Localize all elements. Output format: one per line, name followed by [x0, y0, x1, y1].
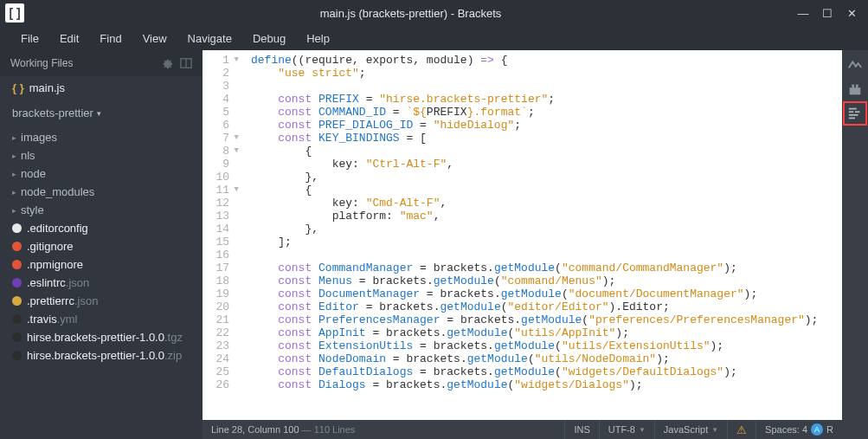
folder-item[interactable]: ▸style: [0, 201, 203, 219]
lint-warning-icon[interactable]: ⚠: [727, 420, 755, 439]
gutter-line: 11▼: [203, 184, 239, 197]
file-name: .prettierrc.json: [27, 294, 98, 307]
encoding-picker[interactable]: UTF-8▼: [599, 420, 654, 439]
folder-item[interactable]: ▸node_modules: [0, 183, 203, 201]
working-files-list: { }main.js: [0, 76, 203, 100]
insert-mode[interactable]: INS: [564, 420, 598, 439]
code-line: const ExtensionUtils = brackets.getModul…: [251, 339, 842, 352]
code-line: const Dialogs = brackets.getModule("widg…: [251, 378, 842, 391]
maximize-button[interactable]: ☐: [821, 7, 833, 19]
code-line: [251, 80, 842, 93]
menu-edit[interactable]: Edit: [51, 29, 87, 48]
file-item[interactable]: .travis.yml: [0, 310, 203, 328]
gutter-line: 24: [203, 352, 239, 365]
file-name: .eslintrc.json: [27, 276, 89, 289]
file-item[interactable]: .eslintrc.json: [0, 274, 203, 292]
file-item[interactable]: hirse.brackets-prettier-1.0.0.zip: [0, 346, 203, 365]
menubar: FileEditFindViewNavigateDebugHelp: [0, 26, 868, 50]
file-item[interactable]: .gitignore: [0, 237, 203, 255]
menu-file[interactable]: File: [12, 29, 48, 48]
code-line: const Menus = brackets.getModule("comman…: [251, 274, 842, 287]
code-line: [251, 249, 842, 261]
fold-icon[interactable]: ▼: [232, 184, 239, 197]
gutter-line: 21: [203, 313, 239, 326]
folder-name: node: [21, 167, 46, 180]
menu-debug[interactable]: Debug: [244, 29, 294, 48]
file-name: .editorconfig: [27, 222, 88, 235]
svg-rect-5: [849, 108, 857, 110]
line-count: 110 Lines: [314, 424, 356, 435]
gutter-line: 15: [203, 236, 239, 249]
extension-manager-icon[interactable]: [845, 80, 865, 99]
folder-name: node_modules: [21, 185, 94, 198]
js-icon: { }: [12, 81, 24, 94]
file-name: .travis.yml: [27, 313, 78, 326]
file-type-icon: [12, 278, 22, 287]
folder-item[interactable]: ▸images: [0, 128, 203, 146]
gutter-line: 7▼: [203, 132, 239, 145]
auto-badge: A: [811, 423, 823, 436]
code-line: },: [251, 171, 842, 184]
code-line: const PreferencesManager = brackets.getM…: [251, 313, 842, 326]
fold-icon[interactable]: ▼: [232, 132, 239, 145]
menu-help[interactable]: Help: [298, 29, 338, 48]
file-type-icon: [12, 351, 22, 360]
code-line: const NodeDomain = brackets.getModule("u…: [251, 352, 842, 365]
menu-navigate[interactable]: Navigate: [179, 29, 241, 48]
language-picker[interactable]: JavaScript▼: [654, 420, 727, 439]
code-viewport[interactable]: 1▼234567▼8▼91011▼12131415161718192021222…: [203, 50, 842, 420]
fold-icon[interactable]: ▼: [232, 145, 239, 158]
editor-area: 1▼234567▼8▼91011▼12131415161718192021222…: [203, 50, 868, 439]
close-button[interactable]: ✕: [845, 7, 858, 19]
file-name: hirse.brackets-prettier-1.0.0.zip: [27, 349, 182, 362]
gutter-line: 19: [203, 287, 239, 300]
code-line: },: [251, 223, 842, 236]
file-item[interactable]: .npmignore: [0, 255, 203, 274]
code-content[interactable]: define((require, exports, module) => { "…: [242, 50, 842, 420]
gutter-line: 26: [203, 378, 239, 391]
code-line: platform: "mac",: [251, 210, 842, 223]
fold-icon[interactable]: ▼: [232, 54, 239, 67]
gutter-line: 17: [203, 261, 239, 274]
indent-settings[interactable]: Spaces: 4 A R: [755, 420, 842, 439]
svg-rect-3: [852, 85, 854, 88]
live-preview-icon[interactable]: [845, 55, 865, 74]
code-line: const KEY_BINDINGS = [: [251, 132, 842, 145]
chevron-right-icon: ▸: [12, 188, 21, 197]
gutter-line: 5: [203, 106, 239, 119]
file-name: .npmignore: [27, 258, 83, 271]
svg-rect-4: [856, 85, 858, 88]
file-name: main.js: [29, 81, 65, 94]
gutter-line: 14: [203, 223, 239, 236]
code-line: const DocumentManager = brackets.getModu…: [251, 287, 842, 300]
code-line: {: [251, 184, 842, 197]
project-dropdown[interactable]: brackets-prettier ▾: [0, 100, 203, 126]
code-line: key: "Ctrl-Alt-F",: [251, 158, 842, 171]
prettier-icon[interactable]: [845, 104, 865, 123]
gutter-line: 10: [203, 171, 239, 184]
split-view-icon[interactable]: [180, 57, 192, 69]
gutter-line: 13: [203, 210, 239, 223]
folder-item[interactable]: ▸node: [0, 165, 203, 183]
menu-view[interactable]: View: [134, 29, 176, 48]
code-line: define((require, exports, module) => {: [251, 54, 842, 67]
window-title: main.js (brackets-prettier) - Brackets: [24, 7, 797, 20]
gear-icon[interactable]: [161, 57, 173, 69]
project-name: brackets-prettier: [12, 107, 93, 119]
working-file[interactable]: { }main.js: [0, 76, 203, 100]
svg-rect-8: [849, 114, 858, 116]
file-item[interactable]: hirse.brackets-prettier-1.0.0.tgz: [0, 328, 203, 346]
folder-item[interactable]: ▸nls: [0, 146, 203, 165]
file-item[interactable]: .prettierrc.json: [0, 292, 203, 310]
status-cursor[interactable]: Line 28, Column 100 — 110 Lines: [203, 424, 564, 435]
sidebar: Working Files { }main.js brackets-pretti…: [0, 50, 203, 439]
menu-find[interactable]: Find: [91, 29, 130, 48]
file-item[interactable]: .editorconfig: [0, 219, 203, 237]
gutter-line: 6: [203, 119, 239, 132]
minimize-button[interactable]: —: [797, 7, 809, 19]
code-line: {: [251, 145, 842, 158]
editor[interactable]: 1▼234567▼8▼91011▼12131415161718192021222…: [203, 50, 842, 439]
code-line: const PREFIX = "hirse.brackets-prettier"…: [251, 93, 842, 106]
code-line: ];: [251, 236, 842, 249]
readonly-indicator: R: [826, 424, 833, 435]
